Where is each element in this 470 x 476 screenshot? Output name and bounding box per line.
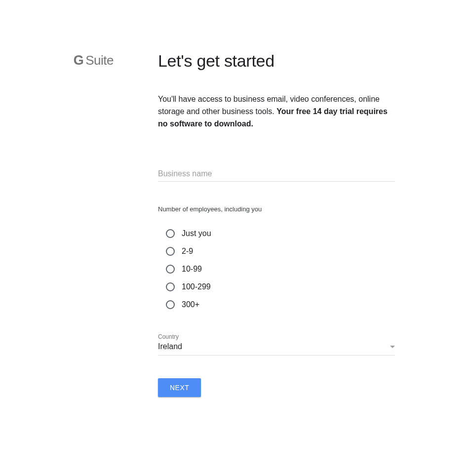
radio-label: Just you bbox=[182, 229, 211, 238]
radio-100-299[interactable]: 100-299 bbox=[166, 278, 395, 296]
business-name-input[interactable] bbox=[158, 167, 395, 182]
radio-10-99[interactable]: 10-99 bbox=[166, 260, 395, 278]
suite-text: Suite bbox=[85, 53, 114, 68]
page-subtitle: You'll have access to business email, vi… bbox=[158, 93, 395, 130]
radio-300-plus[interactable]: 300+ bbox=[166, 296, 395, 314]
brand-logo: G Suite bbox=[74, 51, 114, 69]
radio-icon bbox=[166, 229, 175, 238]
radio-icon bbox=[166, 265, 175, 274]
country-label: Country bbox=[158, 333, 395, 340]
g-icon: G bbox=[74, 53, 84, 68]
radio-2-9[interactable]: 2-9 bbox=[166, 242, 395, 260]
radio-label: 300+ bbox=[182, 300, 199, 309]
next-button[interactable]: NEXT bbox=[158, 378, 201, 397]
radio-label: 100-299 bbox=[182, 282, 211, 291]
chevron-down-icon bbox=[390, 346, 395, 348]
country-select[interactable]: Ireland bbox=[158, 342, 395, 356]
radio-icon bbox=[166, 282, 175, 291]
page-title: Let's get started bbox=[158, 51, 395, 71]
employees-radio-group: Just you 2-9 10-99 100-299 300+ bbox=[158, 225, 395, 314]
radio-icon bbox=[166, 300, 175, 309]
radio-just-you[interactable]: Just you bbox=[166, 225, 395, 242]
radio-label: 2-9 bbox=[182, 247, 193, 256]
employees-label: Number of employees, including you bbox=[158, 205, 395, 213]
radio-icon bbox=[166, 247, 175, 256]
radio-label: 10-99 bbox=[182, 265, 202, 274]
country-value: Ireland bbox=[158, 342, 182, 351]
